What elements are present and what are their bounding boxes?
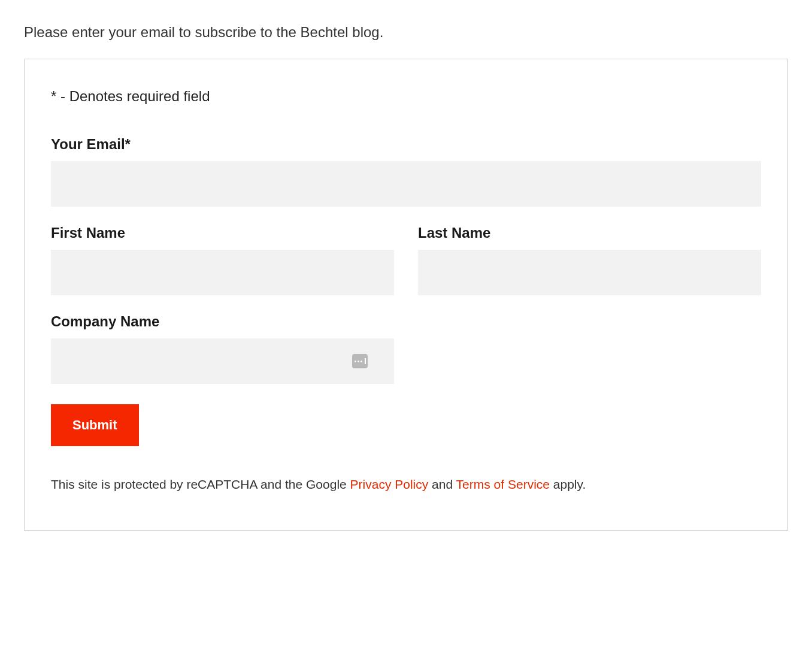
last-name-group: Last Name: [418, 225, 761, 295]
required-field-note: * - Denotes required field: [51, 88, 761, 105]
email-group: Your Email*: [51, 136, 761, 207]
last-name-label: Last Name: [418, 225, 761, 241]
company-field[interactable]: [51, 338, 394, 384]
terms-of-service-link[interactable]: Terms of Service: [456, 477, 550, 491]
intro-text: Please enter your email to subscribe to …: [24, 24, 788, 41]
subscribe-form: * - Denotes required field Your Email* F…: [24, 59, 788, 531]
submit-button[interactable]: Submit: [51, 404, 139, 446]
recaptcha-prefix: This site is protected by reCAPTCHA and …: [51, 477, 350, 491]
email-field[interactable]: [51, 161, 761, 207]
last-name-field[interactable]: [418, 250, 761, 295]
recaptcha-suffix: apply.: [550, 477, 586, 491]
recaptcha-mid: and: [428, 477, 456, 491]
recaptcha-notice: This site is protected by reCAPTCHA and …: [51, 475, 761, 494]
privacy-policy-link[interactable]: Privacy Policy: [350, 477, 429, 491]
first-name-group: First Name: [51, 225, 394, 295]
autofill-icon[interactable]: [352, 354, 368, 368]
first-name-field[interactable]: [51, 250, 394, 295]
company-group: Company Name: [51, 313, 394, 384]
company-label: Company Name: [51, 313, 394, 330]
email-label: Your Email*: [51, 136, 761, 153]
first-name-label: First Name: [51, 225, 394, 241]
